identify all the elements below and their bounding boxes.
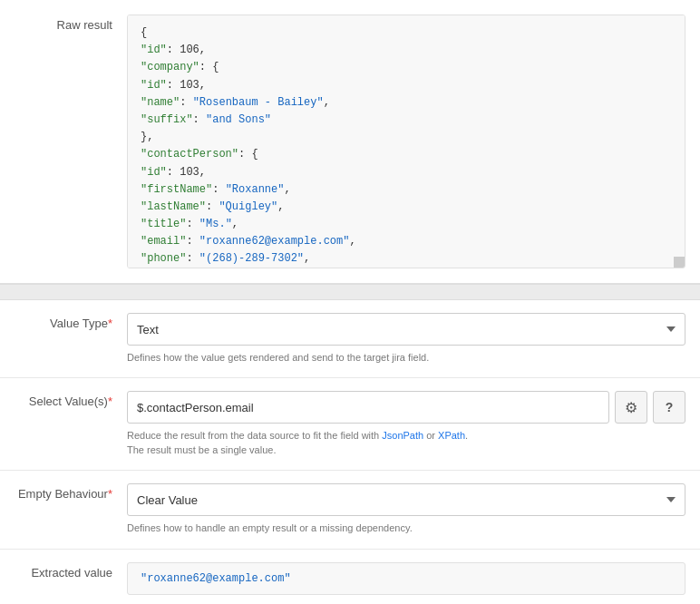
empty-behaviour-content: Clear ValueKeep ValueSet Default Defines… [127, 483, 685, 535]
page-container: Raw result { "id": 106, "company": { "id… [0, 0, 700, 604]
raw-result-label: Raw result [0, 15, 127, 32]
json-plain: : 103, [167, 79, 206, 92]
json-string: "Quigley" [219, 200, 277, 213]
raw-result-content: { "id": 106, "company": { "id": 103, "na… [127, 15, 685, 268]
question-icon: ? [666, 400, 674, 414]
json-key: "company" [141, 61, 199, 73]
json-plain: : [193, 113, 206, 126]
json-plain: , [324, 96, 330, 109]
section-divider [0, 284, 700, 300]
gear-button[interactable]: ⚙ [615, 391, 647, 424]
json-string: "roxanne62@example.com" [199, 235, 350, 248]
json-plain: , [284, 183, 290, 196]
json-line: "suffix": "and Sons" [141, 112, 672, 129]
json-line: }, [141, 129, 672, 146]
empty-behaviour-select[interactable]: Clear ValueKeep ValueSet Default [127, 483, 685, 516]
select-value-row: ⚙ ? [127, 391, 685, 424]
value-type-section: Value Type* TextNumberDateBoolean Define… [0, 300, 700, 378]
json-line: "contactPerson": { [141, 146, 672, 163]
json-key: "suffix" [141, 113, 193, 126]
required-star: * [108, 317, 112, 330]
json-key: "phone" [141, 252, 186, 265]
json-string: "Ms." [199, 218, 232, 230]
json-key: "id" [141, 79, 167, 92]
json-line: "name": "Rosenbaum - Bailey", [141, 94, 672, 112]
json-plain: : { [238, 148, 258, 161]
value-type-label: Value Type* [0, 313, 127, 330]
json-line: { [141, 24, 672, 42]
value-type-content: TextNumberDateBoolean Defines how the va… [127, 313, 685, 365]
raw-result-section: Raw result { "id": 106, "company": { "id… [0, 0, 700, 284]
json-key: "contactPerson" [141, 148, 238, 161]
json-plain: : [180, 96, 192, 109]
extracted-value-section: Extracted value "roxanne62@example.com" [0, 550, 700, 604]
json-key: "firstName" [141, 183, 212, 196]
empty-behaviour-row: Clear ValueKeep ValueSet Default [127, 483, 685, 516]
value-type-row: TextNumberDateBoolean [127, 313, 685, 346]
json-line: "phone": "(268)-289-7302", [141, 250, 672, 268]
json-plain: : 103, [167, 166, 206, 179]
xpath-link[interactable]: XPath [438, 430, 465, 441]
json-plain: : [206, 200, 219, 213]
extracted-value-box: "roxanne62@example.com" [127, 562, 685, 595]
json-line: "id": 106, [141, 42, 672, 59]
json-key: "name" [141, 96, 180, 109]
select-value-section: Select Value(s)* ⚙ ? Reduce the result f… [0, 378, 700, 471]
json-line: "lastName": "Quigley", [141, 199, 672, 216]
json-line: "firstName": "Roxanne", [141, 181, 672, 199]
empty-behaviour-section: Empty Behaviour* Clear ValueKeep ValueSe… [0, 471, 700, 549]
json-plain: : [186, 252, 199, 265]
json-string: "(268)-289-7302" [199, 252, 304, 265]
json-plain: : 106, [167, 44, 206, 56]
json-string: "Rosenbaum - Bailey" [193, 96, 324, 109]
gear-icon: ⚙ [625, 399, 637, 416]
json-plain: : [186, 218, 199, 230]
json-line: "company": { [141, 59, 672, 76]
json-plain: , [304, 252, 310, 265]
select-value-input[interactable] [127, 391, 609, 424]
json-key: "email" [141, 235, 186, 248]
json-display: { "id": 106, "company": { "id": 103, "na… [141, 24, 672, 268]
json-plain: : [186, 235, 199, 248]
empty-behaviour-help: Defines how to handle an empty result or… [127, 521, 685, 535]
resize-handle[interactable] [674, 257, 685, 268]
json-key: "id" [141, 166, 167, 179]
json-line: "title": "Ms.", [141, 216, 672, 233]
empty-behaviour-label: Empty Behaviour* [0, 483, 127, 501]
json-plain: , [349, 235, 355, 248]
json-key: "id" [141, 44, 167, 56]
select-value-label: Select Value(s)* [0, 391, 127, 408]
json-string: "Roxanne" [226, 183, 285, 196]
json-plain: : [212, 183, 225, 196]
help-button[interactable]: ? [653, 391, 685, 424]
json-line: "id": 103, [141, 77, 672, 94]
value-type-help: Defines how the value gets rendered and … [127, 351, 685, 365]
json-line: "email": "roxanne62@example.com", [141, 233, 672, 250]
empty-behaviour-required-star: * [108, 487, 112, 501]
value-type-select[interactable]: TextNumberDateBoolean [127, 313, 685, 346]
jsonpath-link[interactable]: JsonPath [382, 430, 423, 441]
json-key: "lastName" [141, 200, 206, 213]
select-value-required-star: * [108, 395, 112, 408]
json-key: "title" [141, 218, 186, 230]
extracted-value-label: Extracted value [0, 562, 127, 580]
select-value-content: ⚙ ? Reduce the result from the data sour… [127, 391, 685, 457]
json-plain: , [277, 200, 284, 213]
json-plain: , [232, 218, 238, 230]
select-value-help: Reduce the result from the data source t… [127, 429, 685, 457]
json-string: "and Sons" [206, 113, 271, 126]
json-line: "id": 103, [141, 164, 672, 181]
json-plain: : { [199, 61, 219, 73]
